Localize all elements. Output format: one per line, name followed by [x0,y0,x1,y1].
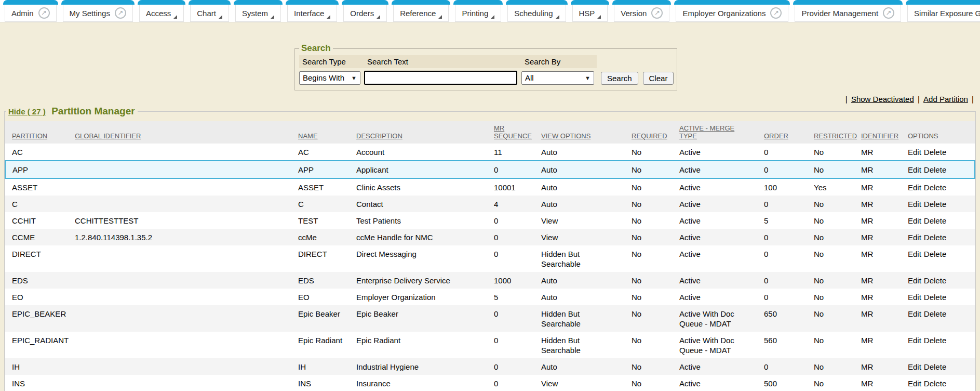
column-header-name[interactable]: NAME [296,121,354,144]
edit-link[interactable]: Edit [908,183,921,192]
tab-scheduling[interactable]: Scheduling [506,0,567,22]
tab-similar-exposure-groups-segs[interactable]: Similar Exposure Groups (SEGs) ↗ [906,0,980,22]
menu-notch-icon [271,15,274,19]
tab-employer-organizations[interactable]: Employer Organizations ↗ [674,0,790,22]
cell-identifier: MR [859,161,906,178]
edit-link[interactable]: Edit [908,233,921,242]
clear-button[interactable]: Clear [643,72,674,85]
show-deactivated-link[interactable]: Show Deactivated [851,95,914,103]
cell-restricted: No [812,196,859,212]
search-text-input[interactable] [364,71,517,85]
external-link-icon: ↗ [115,7,126,19]
delete-link[interactable]: Delete [924,293,946,302]
cell-partition: CCME [5,229,73,245]
cell-partition: AC [5,144,73,161]
column-header-view-options[interactable]: VIEW OPTIONS [539,121,629,144]
table-row-ih[interactable]: IHIHIndustrial Hygiene0AutoNoActive0NoMR… [5,358,975,375]
hide-count-link[interactable]: Hide ( 27 ) [8,107,46,116]
tab-orders[interactable]: Orders [342,0,388,22]
edit-link[interactable]: Edit [908,276,921,285]
tab-accent-bar [234,0,283,5]
column-header-mr-sequence[interactable]: MR SEQUENCE [492,121,539,144]
cell-identifier: MR [859,245,906,272]
delete-link[interactable]: Delete [924,336,946,345]
table-row-epic-radiant[interactable]: EPIC_RADIANTEpic RadiantEpic Radiant0Hid… [5,332,975,358]
edit-link[interactable]: Edit [908,309,921,318]
tab-access[interactable]: Access [138,0,185,22]
edit-link[interactable]: Edit [908,379,921,388]
search-button[interactable]: Search [601,72,638,85]
table-row-c[interactable]: CCContact4AutoNoActive0NoMREditDelete [5,196,975,212]
cell-identifier: MR [859,305,906,332]
table-row-asset[interactable]: ASSETASSETClinic Assets10001AutoNoActive… [5,178,975,196]
table-row-ccme[interactable]: CCME1.2.840.114398.1.35.2ccMeccMe Handle… [5,229,975,245]
table-row-epic-beaker[interactable]: EPIC_BEAKEREpic BeakerEpic Beaker0Hidden… [5,305,975,332]
column-header-partition[interactable]: PARTITION [5,121,73,144]
cell-required: No [629,305,677,332]
delete-link[interactable]: Delete [924,250,946,258]
tab-system[interactable]: System [234,0,283,22]
search-by-select[interactable]: All▼ [521,71,594,85]
edit-link[interactable]: Edit [908,336,921,345]
separator: | [972,95,974,103]
cell-name: Epic Radiant [296,332,354,358]
cell-name: APP [296,161,354,178]
add-partition-link[interactable]: Add Partition [923,95,968,103]
cell-global-identifier [73,289,296,305]
edit-link[interactable]: Edit [908,250,921,258]
tab-reference[interactable]: Reference [392,0,450,22]
tab-printing[interactable]: Printing [453,0,503,22]
cell-restricted: No [812,332,859,358]
delete-link[interactable]: Delete [924,200,946,208]
tab-admin[interactable]: Admin ↗ [3,0,58,22]
delete-link[interactable]: Delete [924,216,946,225]
menu-notch-icon [377,15,380,19]
column-header-description[interactable]: DESCRIPTION [354,121,492,144]
edit-link[interactable]: Edit [908,200,921,208]
column-header-required[interactable]: REQUIRED [629,121,677,144]
column-header-order[interactable]: ORDER [762,121,812,144]
cell-order: 0 [762,144,812,161]
cell-order: 560 [762,332,812,358]
table-row-eo[interactable]: EOEOEmployer Organization5AutoNoActive0N… [5,289,975,305]
cell-active-merge-type: Active With Doc Queue - MDAT [677,332,762,358]
tab-my-settings[interactable]: My Settings ↗ [61,0,135,22]
edit-link[interactable]: Edit [908,165,921,174]
cell-restricted: No [812,358,859,375]
column-header-identifier[interactable]: IDENTIFIER [859,121,906,144]
edit-link[interactable]: Edit [908,148,921,157]
edit-link[interactable]: Edit [908,293,921,302]
tab-chart[interactable]: Chart [189,0,231,22]
search-type-select[interactable]: Begins With▼ [299,71,360,85]
tab-interface[interactable]: Interface [286,0,339,22]
edit-link[interactable]: Edit [908,216,921,225]
table-row-eds[interactable]: EDSEDSEnterprise Delivery Service1000Aut… [5,272,975,289]
cell-options: EditDelete [906,305,975,332]
delete-link[interactable]: Delete [924,165,946,174]
table-row-ins[interactable]: INSINSInsurance0ViewNoActive500NoMREditD… [5,375,975,391]
tab-hsp[interactable]: HSP [571,0,610,22]
table-row-app[interactable]: APPAPPApplicant0AutoNoActive0NoMREditDel… [5,161,975,178]
cell-active-merge-type: Active [677,272,762,289]
table-row-direct[interactable]: DIRECTDIRECTDirect Messaging0Hidden But … [5,245,975,272]
delete-link[interactable]: Delete [924,362,946,371]
column-header-restricted[interactable]: RESTRICTED [812,121,859,144]
table-row-ac[interactable]: ACACAccount11AutoNoActive0NoMREditDelete [5,144,975,161]
delete-link[interactable]: Delete [924,233,946,242]
cell-name: IH [296,358,354,375]
cell-restricted: No [812,161,859,178]
tab-provider-management[interactable]: Provider Management ↗ [793,0,903,22]
column-header-global-identifier[interactable]: GLOBAL IDENTIFIER [73,121,296,144]
tab-version[interactable]: Version ↗ [612,0,671,22]
table-row-cchit[interactable]: CCHITCCHITTESTTESTTESTTest Patients0View… [5,212,975,229]
edit-link[interactable]: Edit [908,362,921,371]
column-header-active-merge-type[interactable]: ACTIVE - MERGE TYPE [677,121,762,144]
cell-mr-sequence: 10001 [492,178,539,196]
delete-link[interactable]: Delete [924,148,946,157]
cell-order: 0 [762,196,812,212]
delete-link[interactable]: Delete [924,183,946,192]
tab-accent-bar [3,0,58,5]
delete-link[interactable]: Delete [924,309,946,318]
delete-link[interactable]: Delete [924,276,946,285]
delete-link[interactable]: Delete [924,379,946,388]
